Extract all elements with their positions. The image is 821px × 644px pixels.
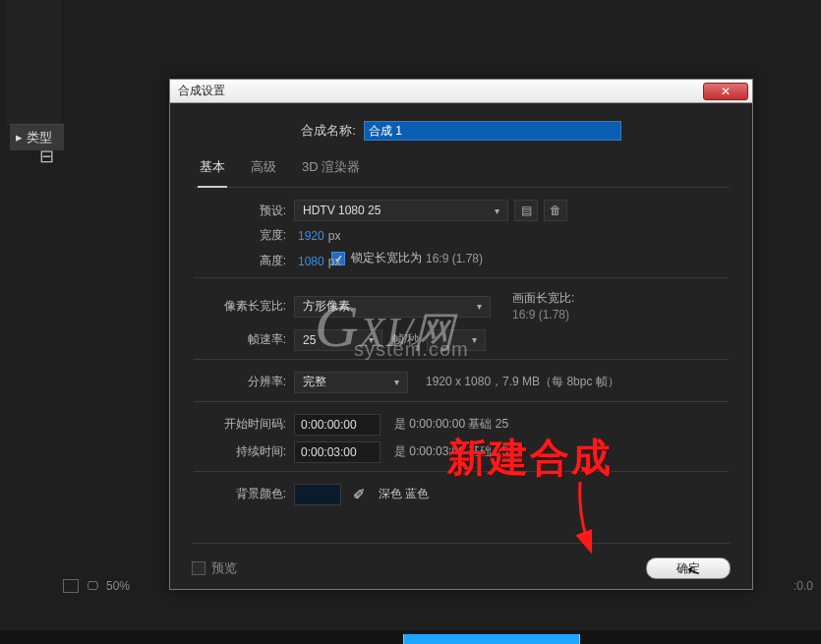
ok-button[interactable]: 确定 ↖ <box>646 557 731 579</box>
height-unit: px <box>328 255 341 268</box>
duration-label: 持续时间: <box>194 443 294 460</box>
bg-panel <box>6 0 61 126</box>
save-preset-icon: ▤ <box>521 204 532 217</box>
bgcolor-label: 背景颜色: <box>194 486 294 502</box>
resolution-value: 完整 <box>303 374 326 390</box>
dialog-titlebar[interactable]: 合成设置 ✕ <box>170 80 752 103</box>
bgcolor-swatch[interactable] <box>294 484 341 505</box>
fps-label: 帧速率: <box>194 331 294 348</box>
fps-select[interactable]: 25 ▾ <box>294 329 382 351</box>
fps-unit: 帧/秒 <box>392 331 419 348</box>
preview-checkbox[interactable] <box>192 561 205 575</box>
chevron-down-icon: ▾ <box>369 334 374 345</box>
lock-aspect-ratio: 16:9 (1.78) <box>426 252 483 265</box>
annotation-text: 新建合成 <box>447 431 613 485</box>
pixel-aspect-select[interactable]: 方形像素 ▾ <box>294 296 491 318</box>
toggle-icon[interactable] <box>63 579 79 593</box>
dialog-title: 合成设置 <box>174 83 225 99</box>
close-icon: ✕ <box>721 85 731 98</box>
cursor-icon: ↖ <box>684 559 703 581</box>
preset-select[interactable]: HDTV 1080 25 ▾ <box>294 200 508 221</box>
footer-right-value: :0.0 <box>793 579 813 593</box>
chevron-down-icon: ▾ <box>472 334 477 345</box>
preset-value: HDTV 1080 25 <box>303 204 381 217</box>
comp-name-label: 合成名称: <box>301 122 356 140</box>
height-label: 高度: <box>194 253 294 269</box>
timeline-workarea[interactable] <box>403 634 580 644</box>
tab-basic[interactable]: 基本 <box>198 154 227 188</box>
preset-delete-button[interactable]: 🗑 <box>544 200 567 221</box>
resolution-select[interactable]: 完整 ▾ <box>294 372 408 393</box>
footer-bar: 🖵 50% <box>63 579 130 593</box>
width-value[interactable]: 1920 <box>298 229 324 243</box>
start-timecode-input[interactable] <box>294 414 381 436</box>
lock-aspect-label: 锁定长宽比为 <box>351 250 422 266</box>
trash-icon: 🗑 <box>550 204 561 217</box>
frame-aspect-info: 画面长宽比: 16:9 (1.78) <box>512 290 574 323</box>
tab-3d-renderer[interactable]: 3D 渲染器 <box>300 154 362 187</box>
monitor-icon[interactable]: 🖵 <box>87 579 98 593</box>
fps-value: 25 <box>303 333 316 347</box>
duration-input[interactable] <box>294 441 381 463</box>
close-button[interactable]: ✕ <box>703 83 748 100</box>
eyedropper-icon[interactable]: ✐ <box>349 486 369 503</box>
fps-dropframe-select[interactable]: ▾ <box>427 329 486 351</box>
tab-advanced[interactable]: 高级 <box>249 154 278 187</box>
bgcolor-name: 深色 蓝色 <box>379 486 429 502</box>
width-label: 宽度: <box>194 227 294 244</box>
chevron-down-icon: ▾ <box>477 301 482 312</box>
comp-name-input[interactable] <box>364 121 621 141</box>
column-header-type[interactable]: ▸ 类型 <box>10 124 64 150</box>
start-timecode-label: 开始时间码: <box>194 416 294 433</box>
preview-checkbox-row: 预览 <box>192 559 237 577</box>
hierarchy-icon: ⊟ <box>39 146 54 167</box>
chevron-down-icon: ▾ <box>394 377 399 387</box>
resolution-info: 1920 x 1080，7.9 MB（每 8bpc 帧） <box>426 374 619 390</box>
height-value[interactable]: 1080 <box>298 255 324 268</box>
preset-save-button[interactable]: ▤ <box>514 200 538 221</box>
composition-settings-dialog: 合成设置 ✕ 合成名称: 基本 高级 3D 渲染器 预设: HDTV 1080 … <box>169 79 753 590</box>
chevron-down-icon: ▾ <box>495 205 499 216</box>
preview-label: 预览 <box>211 559 237 577</box>
zoom-value[interactable]: 50% <box>106 579 130 593</box>
resolution-label: 分辨率: <box>194 374 294 390</box>
preset-label: 预设: <box>194 203 294 219</box>
par-value: 方形像素 <box>303 298 350 315</box>
par-label: 像素长宽比: <box>194 298 294 315</box>
tab-bar: 基本 高级 3D 渲染器 <box>194 154 729 188</box>
width-unit: px <box>328 229 341 243</box>
